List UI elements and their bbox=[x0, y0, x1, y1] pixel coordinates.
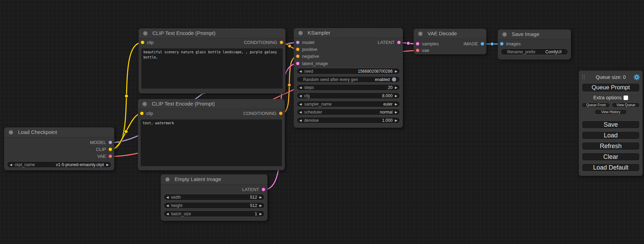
ksampler-seed-widget[interactable]: ◀seed156680208700286▶ bbox=[297, 68, 400, 74]
vae-decode-input-vae-dot[interactable] bbox=[416, 48, 420, 52]
decrement-arrow-icon[interactable]: ◀ bbox=[297, 102, 304, 106]
increment-arrow-icon[interactable]: ▶ bbox=[392, 70, 400, 73]
link-midpoint-dot bbox=[125, 94, 128, 98]
increment-arrow-icon[interactable]: ▶ bbox=[257, 204, 264, 207]
increment-arrow-icon[interactable]: ▶ bbox=[104, 163, 111, 166]
node-collapse-dot-icon[interactable] bbox=[9, 130, 13, 135]
node-title-vae-decode[interactable]: VAE Decode bbox=[414, 29, 486, 39]
toggle-state-icon[interactable] bbox=[392, 77, 396, 82]
node-clip-text-encode-negative[interactable]: CLIP Text Encode (Prompt)clipCONDITIONIN… bbox=[138, 99, 285, 170]
slot-label: LATENT bbox=[378, 40, 395, 45]
increment-arrow-icon[interactable]: ▶ bbox=[257, 212, 264, 216]
drag-handle-icon[interactable] bbox=[582, 75, 585, 80]
node-collapse-dot-icon[interactable] bbox=[298, 31, 303, 35]
clip-text-encode-negative-prompt-textarea[interactable]: text, watermark bbox=[141, 119, 282, 166]
load-checkpoint-ckpt_name-widget[interactable]: ◀ckpt_namev1-5-pruned-emaonly.ckpt▶ bbox=[7, 161, 112, 168]
save-image-input-images-dot[interactable] bbox=[500, 42, 504, 46]
extra-options-label: Extra options bbox=[593, 95, 622, 100]
empty-latent-image-output-LATENT-dot[interactable] bbox=[262, 188, 265, 191]
node-save-image[interactable]: Save Imageimagesfilename_prefixComfyUI bbox=[498, 29, 571, 60]
ksampler-steps-widget[interactable]: ◀steps20▶ bbox=[297, 84, 400, 91]
vae-decode-output-IMAGE-dot[interactable] bbox=[480, 42, 484, 46]
decrement-arrow-icon[interactable]: ◀ bbox=[164, 196, 171, 199]
link-midpoint-dot bbox=[288, 44, 291, 48]
node-collapse-dot-icon[interactable] bbox=[142, 102, 147, 106]
ksampler-sampler_name-widget[interactable]: ◀sampler_nameeuler▶ bbox=[297, 101, 400, 107]
node-collapse-dot-icon[interactable] bbox=[143, 31, 148, 36]
gear-icon[interactable] bbox=[634, 74, 640, 82]
slot-label: positive bbox=[302, 47, 317, 52]
save-image-filename_prefix-widget[interactable]: filename_prefixComfyUI bbox=[501, 48, 568, 55]
node-ksampler[interactable]: KSamplermodelpositivenegativelatent_imag… bbox=[294, 28, 403, 128]
widget-label: denoise bbox=[304, 118, 319, 123]
node-collapse-dot-icon[interactable] bbox=[502, 32, 507, 37]
ksampler-input-positive-dot[interactable] bbox=[296, 47, 300, 51]
decrement-arrow-icon[interactable]: ◀ bbox=[164, 204, 171, 207]
clear-button[interactable]: Clear bbox=[582, 153, 640, 161]
widget-label: height bbox=[171, 203, 183, 208]
queue-front-button[interactable]: Queue Front bbox=[582, 102, 610, 108]
node-collapse-dot-icon[interactable] bbox=[165, 177, 170, 182]
increment-arrow-icon[interactable]: ▶ bbox=[392, 119, 400, 122]
load-checkpoint-output-MODEL-dot[interactable] bbox=[108, 141, 112, 144]
decrement-arrow-icon[interactable]: ◀ bbox=[297, 94, 304, 98]
decrement-arrow-icon[interactable]: ◀ bbox=[297, 119, 304, 122]
clip-text-encode-positive-input-clip-dot[interactable] bbox=[141, 40, 144, 44]
ksampler-input-negative-dot[interactable] bbox=[296, 54, 300, 58]
increment-arrow-icon[interactable]: ▶ bbox=[392, 94, 400, 98]
decrement-arrow-icon[interactable]: ◀ bbox=[297, 70, 304, 73]
widget-label: ckpt_name bbox=[15, 162, 35, 167]
empty-latent-image-width-widget[interactable]: ◀width512▶ bbox=[164, 194, 265, 200]
decrement-arrow-icon[interactable]: ◀ bbox=[7, 163, 15, 166]
decrement-arrow-icon[interactable]: ◀ bbox=[297, 110, 304, 114]
increment-arrow-icon[interactable]: ▶ bbox=[392, 102, 400, 106]
increment-arrow-icon[interactable]: ▶ bbox=[257, 196, 264, 199]
load-checkpoint-output-CLIP-dot[interactable] bbox=[108, 147, 112, 151]
node-load-checkpoint[interactable]: Load CheckpointMODELCLIPVAE◀ckpt_namev1-… bbox=[4, 127, 114, 170]
ksampler-denoise-widget[interactable]: ◀denoise1.000▶ bbox=[297, 117, 400, 124]
view-history-button[interactable]: View History bbox=[594, 109, 627, 115]
vae-decode-output-IMAGE: IMAGE bbox=[464, 41, 484, 47]
clip-text-encode-positive-output-CONDITIONING-dot[interactable] bbox=[280, 40, 283, 44]
node-title-empty-latent-image[interactable]: Empty Latent Image bbox=[161, 174, 267, 184]
refresh-button[interactable]: Refresh bbox=[582, 142, 640, 150]
clip-text-encode-positive-prompt-textarea[interactable]: beautiful scenery nature glass bottle la… bbox=[141, 48, 283, 89]
increment-arrow-icon[interactable]: ▶ bbox=[392, 110, 400, 114]
ksampler-output-LATENT-dot[interactable] bbox=[397, 40, 401, 44]
link-midpoint-dot bbox=[288, 83, 291, 87]
ksampler-random-seed-after-every-gen-widget[interactable]: Random seed after every genenabled bbox=[297, 76, 400, 83]
ksampler-input-latent_image-dot[interactable] bbox=[296, 62, 300, 65]
queue-prompt-button[interactable]: Queue Prompt bbox=[582, 83, 640, 92]
vae-decode-input-samples-dot[interactable] bbox=[416, 42, 420, 46]
load-default-button[interactable]: Load Default bbox=[582, 163, 640, 172]
slot-label: images bbox=[506, 41, 521, 46]
slot-label: MODEL bbox=[90, 140, 106, 145]
empty-latent-image-height-widget[interactable]: ◀height512▶ bbox=[164, 202, 265, 209]
load-button[interactable]: Load bbox=[582, 131, 640, 139]
node-title-load-checkpoint[interactable]: Load Checkpoint bbox=[4, 127, 114, 137]
load-checkpoint-output-VAE-dot[interactable] bbox=[108, 154, 112, 158]
node-title-save-image[interactable]: Save Image bbox=[498, 29, 571, 39]
load-checkpoint-output-CLIP: CLIP bbox=[96, 147, 112, 152]
node-graph-canvas[interactable]: Load CheckpointMODELCLIPVAE◀ckpt_namev1-… bbox=[0, 0, 644, 244]
node-empty-latent-image[interactable]: Empty Latent ImageLATENT◀width512▶◀heigh… bbox=[161, 174, 267, 221]
decrement-arrow-icon[interactable]: ◀ bbox=[164, 212, 171, 216]
save-button[interactable]: Save bbox=[582, 120, 640, 129]
node-vae-decode[interactable]: VAE DecodesamplesvaeIMAGE bbox=[414, 29, 486, 54]
ksampler-cfg-widget[interactable]: ◀cfg8.000▶ bbox=[297, 92, 400, 99]
extra-options-checkbox[interactable] bbox=[624, 96, 628, 100]
node-clip-text-encode-positive[interactable]: CLIP Text Encode (Prompt)clipCONDITIONIN… bbox=[139, 28, 285, 93]
empty-latent-image-batch_size-widget[interactable]: ◀batch_size1▶ bbox=[164, 210, 265, 217]
node-title-clip-text-encode-negative[interactable]: CLIP Text Encode (Prompt) bbox=[138, 99, 285, 109]
increment-arrow-icon[interactable]: ▶ bbox=[392, 86, 400, 89]
ksampler-scheduler-widget[interactable]: ◀schedulernormal▶ bbox=[297, 109, 400, 115]
clip-text-encode-negative-input-clip-dot[interactable] bbox=[140, 111, 144, 115]
slot-label: LATENT bbox=[242, 187, 259, 192]
node-collapse-dot-icon[interactable] bbox=[418, 31, 423, 36]
clip-text-encode-negative-output-CONDITIONING-dot[interactable] bbox=[279, 111, 283, 115]
view-queue-button[interactable]: View Queue bbox=[612, 102, 640, 108]
node-title-ksampler[interactable]: KSampler bbox=[294, 28, 403, 38]
decrement-arrow-icon[interactable]: ◀ bbox=[297, 86, 304, 89]
ksampler-input-model-dot[interactable] bbox=[296, 40, 300, 44]
node-title-clip-text-encode-positive[interactable]: CLIP Text Encode (Prompt) bbox=[139, 28, 285, 38]
